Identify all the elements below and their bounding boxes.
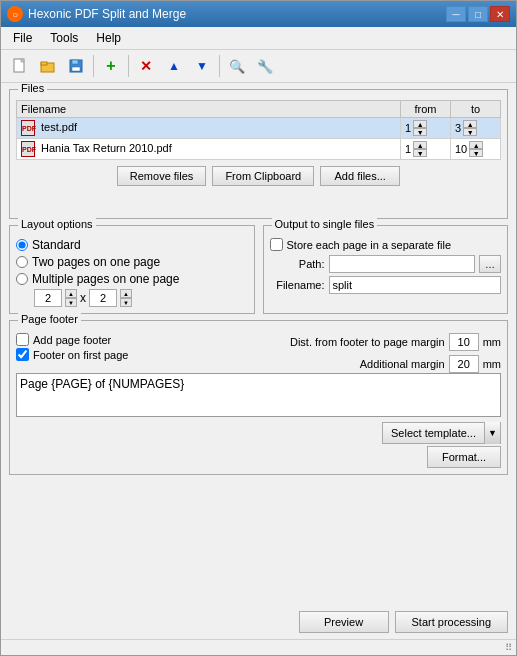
col-to: to: [451, 101, 501, 118]
from-spinbox[interactable]: ▲ ▼: [413, 120, 427, 136]
page-footer-title: Page footer: [18, 313, 81, 325]
radio-two-pages-input[interactable]: [16, 256, 28, 268]
output-options-title: Output to single files: [272, 218, 378, 230]
from-spin-2: 1 ▲ ▼: [405, 141, 446, 157]
additional-input[interactable]: [449, 355, 479, 373]
files-group-title: Files: [18, 83, 47, 94]
radio-standard-input[interactable]: [16, 239, 28, 251]
to-down-arrow[interactable]: ▼: [463, 128, 477, 136]
svg-rect-5: [72, 60, 78, 64]
new-button[interactable]: [7, 53, 33, 79]
grid-x-up[interactable]: ▲: [65, 289, 77, 298]
from-spin: 1 ▲ ▼: [405, 120, 446, 136]
table-row[interactable]: PDF Hania Tax Return 2010.pdf 1 ▲ ▼: [17, 139, 501, 160]
file-name-cell: PDF test.pdf: [17, 118, 401, 139]
to-up-arrow-2[interactable]: ▲: [469, 141, 483, 149]
options-row: Layout options Standard Two pages on one…: [9, 225, 508, 314]
from-up-arrow[interactable]: ▲: [413, 120, 427, 128]
main-window: ○ Hexonic PDF Split and Merge ─ □ ✕ File…: [0, 0, 517, 656]
add-button[interactable]: +: [98, 53, 124, 79]
path-row: Path: …: [270, 255, 502, 273]
to-spinbox[interactable]: ▲ ▼: [463, 120, 477, 136]
to-spinbox-2[interactable]: ▲ ▼: [469, 141, 483, 157]
page-footer-group: Page footer Add page footer Footer on fi…: [9, 320, 508, 475]
toolbar-sep-3: [219, 55, 220, 77]
settings-button[interactable]: 🔧: [252, 53, 278, 79]
to-spin: 3 ▲ ▼: [455, 120, 496, 136]
dist-row: Dist. from footer to page margin mm: [290, 333, 501, 351]
template-dropdown-arrow[interactable]: ▼: [484, 422, 500, 444]
from-down-arrow-2[interactable]: ▼: [413, 149, 427, 157]
maximize-button[interactable]: □: [468, 6, 488, 22]
grid-y-field[interactable]: 2: [89, 289, 117, 307]
dist-input[interactable]: [449, 333, 479, 351]
svg-rect-6: [72, 67, 80, 71]
start-processing-button[interactable]: Start processing: [395, 611, 508, 633]
from-cell-2: 1 ▲ ▼: [401, 139, 451, 160]
from-spinbox-2[interactable]: ▲ ▼: [413, 141, 427, 157]
store-checkbox[interactable]: [270, 238, 283, 251]
zoom-button[interactable]: 🔍: [224, 53, 250, 79]
col-filename: Filename: [17, 101, 401, 118]
add-footer-checkbox[interactable]: [16, 333, 29, 346]
from-clipboard-button[interactable]: From Clipboard: [212, 166, 314, 186]
add-files-button[interactable]: Add files...: [320, 166, 400, 186]
grid-y-up[interactable]: ▲: [120, 289, 132, 298]
layout-options-title: Layout options: [18, 218, 96, 230]
menu-file[interactable]: File: [5, 29, 40, 47]
radio-standard[interactable]: Standard: [16, 238, 248, 252]
close-button[interactable]: ✕: [490, 6, 510, 22]
menu-tools[interactable]: Tools: [42, 29, 86, 47]
grid-y-arrows[interactable]: ▲ ▼: [120, 289, 132, 307]
format-button[interactable]: Format...: [427, 446, 501, 468]
grid-x-down[interactable]: ▼: [65, 298, 77, 307]
output-options-group: Output to single files Store each page i…: [263, 225, 509, 314]
menu-bar: File Tools Help: [1, 27, 516, 50]
bottom-buttons: Preview Start processing: [1, 607, 516, 639]
file-name-cell-2: PDF Hania Tax Return 2010.pdf: [17, 139, 401, 160]
title-controls: ─ □ ✕: [446, 6, 510, 22]
path-label: Path:: [270, 258, 325, 270]
radio-multiple-pages-input[interactable]: [16, 273, 28, 285]
additional-unit: mm: [483, 358, 501, 370]
footer-text-area[interactable]: Page {PAGE} of {NUMPAGES}: [16, 373, 501, 417]
menu-help[interactable]: Help: [88, 29, 129, 47]
footer-on-first-checkbox[interactable]: [16, 348, 29, 361]
filename-input[interactable]: [329, 276, 502, 294]
app-icon: ○: [7, 6, 23, 22]
footer-format-row: Format...: [16, 446, 501, 468]
toolbar: + ✕ ▲ ▼ 🔍 🔧: [1, 50, 516, 83]
add-footer-row: Add page footer: [16, 333, 282, 346]
to-up-arrow[interactable]: ▲: [463, 120, 477, 128]
select-template-button[interactable]: Select template... ▼: [382, 422, 501, 444]
move-down-button[interactable]: ▼: [189, 53, 215, 79]
dist-unit: mm: [483, 336, 501, 348]
grid-spinbox-row: 2 ▲ ▼ x 2 ▲ ▼: [34, 289, 248, 307]
save-button[interactable]: [63, 53, 89, 79]
from-down-arrow[interactable]: ▼: [413, 128, 427, 136]
footer-on-first-row: Footer on first page: [16, 348, 282, 361]
footer-template-row: Select template... ▼: [16, 422, 501, 444]
footer-left: Add page footer Footer on first page: [16, 333, 282, 363]
pdf-icon: PDF: [21, 120, 35, 136]
grid-x-arrows[interactable]: ▲ ▼: [65, 289, 77, 307]
remove-files-button[interactable]: Remove files: [117, 166, 207, 186]
to-cell: 3 ▲ ▼: [451, 118, 501, 139]
to-spin-2: 10 ▲ ▼: [455, 141, 496, 157]
delete-button[interactable]: ✕: [133, 53, 159, 79]
browse-button[interactable]: …: [479, 255, 501, 273]
path-input[interactable]: [329, 255, 476, 273]
grid-y-down[interactable]: ▼: [120, 298, 132, 307]
minimize-button[interactable]: ─: [446, 6, 466, 22]
radio-multiple-pages[interactable]: Multiple pages on one page: [16, 272, 248, 286]
store-checkbox-row: Store each page in a separate file: [270, 238, 502, 251]
from-up-arrow-2[interactable]: ▲: [413, 141, 427, 149]
move-up-button[interactable]: ▲: [161, 53, 187, 79]
open-button[interactable]: [35, 53, 61, 79]
radio-two-pages[interactable]: Two pages on one page: [16, 255, 248, 269]
grid-x-field[interactable]: 2: [34, 289, 62, 307]
window-title: Hexonic PDF Split and Merge: [28, 7, 186, 21]
table-row[interactable]: PDF test.pdf 1 ▲ ▼: [17, 118, 501, 139]
preview-button[interactable]: Preview: [299, 611, 389, 633]
to-down-arrow-2[interactable]: ▼: [469, 149, 483, 157]
